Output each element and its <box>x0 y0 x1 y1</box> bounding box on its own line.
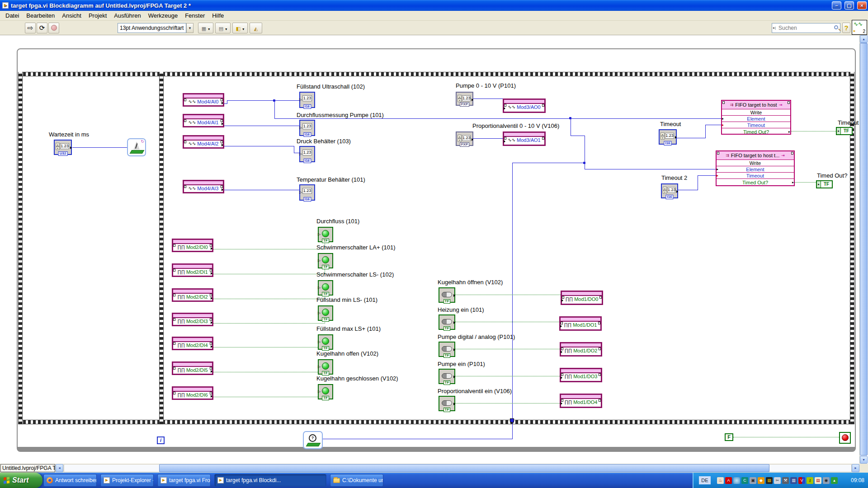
numeric-indicator[interactable]: ▷1.23I16 <box>299 120 315 136</box>
numeric-indicator[interactable]: ▷1.23I16 <box>299 146 315 162</box>
tray-icon[interactable]: A <box>725 477 732 484</box>
numeric-indicator[interactable]: ▷1.23I16 <box>299 92 315 108</box>
io-node-mod3-ao0[interactable]: ∿∿Mod3/AO0 <box>503 99 546 113</box>
tray-icon[interactable]: ▤ <box>815 477 821 484</box>
tray-icon[interactable]: ⚷ <box>807 477 813 484</box>
run-continuous-button[interactable]: ⟳ <box>37 23 47 33</box>
tray-icon[interactable]: ♨ <box>717 477 724 484</box>
scroll-up-button[interactable]: ▴ <box>860 35 868 43</box>
tray-icon[interactable]: ◉ <box>823 477 830 484</box>
distribute-objects-button[interactable]: ▤ ▾ <box>215 23 231 33</box>
restore-button[interactable]: ▢ <box>844 1 854 9</box>
io-node-mod1-do0[interactable]: ∏∏Mod1/DO0 <box>561 291 603 305</box>
led-indicator[interactable]: ▷TF <box>318 227 333 242</box>
close-button[interactable]: × <box>857 1 867 9</box>
vertical-scrollbar-thumb[interactable] <box>860 43 868 455</box>
clock[interactable]: 09:08 <box>851 473 864 488</box>
numeric-indicator[interactable]: ▷1.23I16 <box>299 184 315 201</box>
increment-decrement-icon[interactable]: ▴▾ <box>56 143 60 150</box>
io-node-mod2-di6[interactable]: ∏∏Mod2/DI6 <box>172 386 213 400</box>
tray-icon[interactable]: ◆ <box>758 477 764 484</box>
tray-icon[interactable]: C <box>741 477 748 484</box>
switch-control[interactable]: TF <box>439 396 455 411</box>
increment-decrement-icon[interactable]: ▴▾ <box>660 132 665 140</box>
tray-icon[interactable]: ▥ <box>790 477 797 484</box>
loop-condition-terminal[interactable] <box>839 432 851 444</box>
increment-decrement-icon[interactable]: ▴▾ <box>663 187 667 194</box>
wait-ms-function[interactable]: ↻ <box>127 138 146 156</box>
led-indicator[interactable]: ▷TF <box>318 280 333 296</box>
switch-control[interactable]: TF <box>439 342 455 357</box>
io-node-mod2-di1[interactable]: ∏∏Mod2/DI1 <box>172 263 213 277</box>
led-indicator[interactable]: ▷TF <box>318 384 333 399</box>
iteration-terminal[interactable]: i <box>157 436 165 444</box>
io-node-mod1-do3[interactable]: ∏∏Mod1/DO3 <box>560 368 602 382</box>
slide-switch-icon[interactable] <box>442 373 452 379</box>
led-indicator[interactable]: ▷TF <box>318 334 333 350</box>
context-help-window-icon[interactable]: ∿∿ ▸ 2 <box>852 20 867 35</box>
menu-werkzeuge[interactable]: Werkzeuge <box>145 11 182 20</box>
io-node-mod4-ai0[interactable]: ∿∿Mod4/AI0 <box>183 93 224 107</box>
taskbar-item-blockdiagram[interactable]: ▶target fpga.vi Blockdi... <box>214 474 326 487</box>
boolean-indicator-tf[interactable]: ▸TF <box>836 127 853 135</box>
menu-bearbeiten[interactable]: Bearbeiten <box>23 11 58 20</box>
led-indicator[interactable]: ▷TF <box>318 359 333 375</box>
scroll-left-button[interactable]: ◂ <box>56 464 63 472</box>
sequence-border-left[interactable] <box>18 72 23 424</box>
taskbar-item-project-explorer[interactable]: ▶Projekt-Explorer - Un... <box>100 474 154 487</box>
false-constant[interactable]: F <box>725 433 733 441</box>
target-tab[interactable]: Untitled.lvproj/FPGA Target 2 <box>0 464 55 472</box>
block-diagram-canvas[interactable]: Wartezeit in ms ▴▾ 1.23 U32 ↻ ∿∿Mod4/AI0… <box>0 35 859 464</box>
io-node-mod2-di5[interactable]: ∏∏Mod2/DI5 <box>172 361 213 375</box>
search-input[interactable] <box>778 25 828 31</box>
io-node-mod2-di3[interactable]: ∏∏Mod2/DI3 <box>172 313 213 326</box>
help-button[interactable]: ? <box>842 23 850 33</box>
io-node-mod4-ai1[interactable]: ∿∿Mod4/AI1 <box>183 114 224 127</box>
led-indicator[interactable]: ▷TF <box>318 305 333 321</box>
slide-switch-icon[interactable] <box>442 319 452 324</box>
io-node-mod2-di4[interactable]: ∏∏Mod2/DI4 <box>172 337 213 350</box>
sequence-border-top[interactable] <box>18 72 854 76</box>
tray-icon[interactable]: ⚒ <box>782 477 789 484</box>
start-button[interactable]: Start <box>0 473 42 488</box>
font-selector[interactable]: 13pt Anwendungsschriftart <box>118 23 186 33</box>
tray-icon[interactable] <box>733 477 740 484</box>
sequence-border-bottom[interactable] <box>18 420 854 424</box>
run-button[interactable]: ⇨ <box>25 23 36 33</box>
language-indicator[interactable]: DE <box>699 476 711 484</box>
menu-hilfe[interactable]: Hilfe <box>208 11 227 20</box>
tray-icon[interactable]: V <box>798 477 805 484</box>
scroll-down-button[interactable]: ▾ <box>860 456 868 464</box>
led-indicator[interactable]: ▷TF <box>318 253 333 268</box>
search-icon[interactable] <box>834 25 838 29</box>
tray-icon[interactable]: ▴ <box>831 477 838 484</box>
taskbar-item-explorer-folder[interactable]: C:\Dokumente und Ei... <box>330 474 383 487</box>
menu-ansicht[interactable]: Ansicht <box>58 11 85 20</box>
taskbar-item-firefox[interactable]: Antwort schreiben an... <box>43 474 97 487</box>
slide-switch-icon[interactable] <box>442 400 452 406</box>
io-node-mod2-di2[interactable]: ∏∏Mod2/DI2 <box>172 288 213 302</box>
tray-icon[interactable]: ▨ <box>766 477 773 484</box>
io-node-mod4-ai2[interactable]: ∿∿Mod4/AI2 <box>183 135 224 149</box>
increment-decrement-icon[interactable]: ▴▾ <box>458 135 462 142</box>
io-node-mod1-do2[interactable]: ∏∏Mod1/DO2 <box>560 342 602 357</box>
slide-switch-icon[interactable] <box>442 346 452 352</box>
scroll-right-button[interactable]: ▸ <box>852 464 859 472</box>
cleanup-diagram-button[interactable]: ◭ <box>250 23 262 33</box>
menu-projekt[interactable]: Projekt <box>85 11 110 20</box>
abort-button[interactable] <box>48 23 59 33</box>
fifo-write-node-2[interactable]: ⇉FIFO target to host t...⇥ Write ▸Elemen… <box>716 150 795 186</box>
boolean-indicator-tf[interactable]: ▸TF <box>816 180 833 188</box>
io-node-mod3-ao1[interactable]: ∿∿Mod3/AO1 <box>503 131 546 146</box>
increment-decrement-icon[interactable]: ▴▾ <box>458 95 462 102</box>
resize-objects-button[interactable]: ◧ ▾ <box>232 23 248 33</box>
io-node-mod1-do4[interactable]: ∏∏Mod1/DO4 <box>560 394 602 408</box>
menu-datei[interactable]: Datei <box>2 11 23 20</box>
io-node-mod1-do1[interactable]: ∏∏Mod1/DO1 <box>559 316 602 331</box>
wait-ms-control[interactable]: ▴▾ 1.23 U32 <box>54 140 72 155</box>
numeric-control-fxp[interactable]: ▴▾ 1.23 FXP <box>456 131 473 146</box>
vertical-scrollbar[interactable]: ▴ ▾ <box>859 35 867 464</box>
timeout-control[interactable]: ▴▾ 1.23 I16 <box>659 129 677 145</box>
menu-fenster[interactable]: Fenster <box>181 11 208 20</box>
menu-ausfuehren[interactable]: Ausführen <box>110 11 144 20</box>
